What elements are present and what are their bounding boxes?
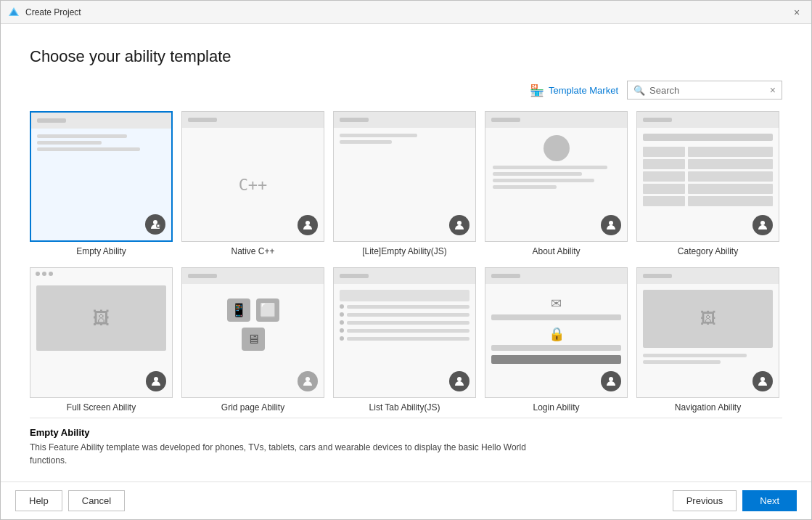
app-icon: [8, 7, 20, 18]
svg-point-4: [157, 225, 160, 227]
footer-right: Previous Next: [673, 490, 797, 511]
footer-left: Help Cancel: [15, 490, 125, 511]
toolbar: 🏪 Template Market 🔍 ×: [30, 81, 782, 99]
badge-native-cpp: [298, 215, 318, 235]
template-label-category: Category Ability: [678, 246, 738, 256]
template-label-list: List Tab Ability(JS): [369, 402, 440, 413]
template-card-list-tab[interactable]: List Tab Ability(JS): [333, 267, 476, 415]
template-label-navigation: Navigation Ability: [675, 402, 741, 413]
main-window: Create Project × Choose your ability tem…: [0, 0, 812, 520]
footer: Help Cancel Previous Next: [1, 482, 811, 519]
svg-point-5: [305, 221, 310, 225]
search-icon: 🔍: [633, 85, 645, 96]
template-label-about: About Ability: [532, 246, 580, 256]
svg-point-2: [153, 220, 157, 224]
template-card-empty-ability[interactable]: Empty Ability: [30, 111, 173, 259]
template-label-empty-ability: Empty Ability: [76, 246, 126, 256]
svg-point-8: [760, 221, 765, 225]
template-card-category-ability[interactable]: Category Ability: [636, 111, 779, 259]
badge-grid: [298, 371, 318, 391]
template-card-login[interactable]: ✉ 🔒 Login Ability: [485, 267, 628, 415]
content-area: Choose your ability template 🏪 Template …: [1, 24, 811, 482]
template-thumbnail-list: [333, 267, 476, 398]
template-market-label: Template Market: [549, 85, 618, 96]
thumb-header-login: [485, 268, 627, 284]
template-card-about-ability[interactable]: About Ability: [485, 111, 628, 259]
svg-point-11: [457, 377, 462, 381]
search-box: 🔍 ×: [627, 81, 782, 99]
close-button[interactable]: ×: [790, 5, 804, 20]
thumb-body: [31, 129, 171, 160]
description-section: Empty Ability This Feature Ability templ…: [30, 418, 782, 467]
thumb-header-cpp: [182, 112, 324, 128]
description-title: Empty Ability: [30, 427, 782, 438]
description-text: This Feature Ability template was develo…: [30, 441, 782, 467]
svg-point-13: [760, 377, 765, 381]
template-card-lite-empty-js[interactable]: [Lite]Empty Ability(JS): [333, 111, 476, 259]
thumb-header-grid: [182, 268, 324, 284]
thumb-header-nav: [637, 268, 779, 284]
badge-lite: [449, 215, 469, 235]
next-button[interactable]: Next: [742, 490, 797, 511]
template-label-grid: Grid page Ability: [221, 402, 284, 413]
description-text-part2: functions.: [30, 455, 67, 466]
title-bar-left: Create Project: [8, 7, 81, 18]
svg-point-9: [154, 377, 158, 381]
previous-button[interactable]: Previous: [673, 490, 737, 511]
svg-point-12: [609, 377, 613, 381]
template-thumbnail-lite: [333, 111, 476, 242]
thumb-header-category: [637, 112, 779, 128]
template-thumbnail-native-cpp: C++: [181, 111, 324, 242]
template-thumbnail-navigation: 🖼: [636, 267, 779, 398]
template-thumbnail-category: [636, 111, 779, 242]
market-icon: 🏪: [530, 84, 544, 97]
template-label-login: Login Ability: [533, 402, 579, 413]
template-card-native-cpp[interactable]: C++ Native C++: [181, 111, 324, 259]
search-input[interactable]: [649, 85, 766, 96]
svg-point-6: [457, 221, 462, 225]
template-thumbnail-login: ✉ 🔒: [485, 267, 628, 398]
badge-category: [752, 215, 773, 235]
svg-point-10: [305, 377, 310, 381]
template-label-fullscreen: Full Screen Ability: [67, 402, 136, 413]
template-card-navigation[interactable]: 🖼 Navigation Ability: [636, 267, 779, 415]
badge-list: [449, 371, 469, 391]
badge-about: [601, 215, 621, 235]
template-label-lite: [Lite]Empty Ability(JS): [362, 246, 447, 256]
template-thumbnail-empty-ability: [30, 111, 173, 242]
thumb-header-about: [485, 112, 627, 128]
badge-login: [601, 371, 621, 391]
title-bar: Create Project ×: [1, 1, 811, 24]
thumb-header-list: [334, 268, 475, 284]
badge-empty-ability: [145, 214, 165, 235]
template-thumbnail-fullscreen: 🖼: [30, 267, 173, 398]
badge-fullscreen: [146, 371, 166, 391]
thumb-header: [31, 113, 171, 129]
template-card-grid-page[interactable]: 📱 ⬜ 🖥 Grid page Ability: [181, 267, 324, 415]
help-button[interactable]: Help: [15, 490, 62, 511]
templates-grid: Empty Ability C++ Native C++: [30, 111, 782, 415]
svg-point-7: [609, 221, 613, 225]
search-clear-icon[interactable]: ×: [770, 84, 776, 96]
template-thumbnail-about: [485, 111, 628, 242]
template-card-full-screen[interactable]: 🖼 Full Screen Ability: [30, 267, 173, 415]
window-title: Create Project: [25, 7, 81, 17]
template-market-button[interactable]: 🏪 Template Market: [530, 84, 618, 97]
badge-navigation: [752, 371, 773, 391]
template-thumbnail-grid: 📱 ⬜ 🖥: [181, 267, 324, 398]
template-label-native-cpp: Native C++: [231, 246, 274, 256]
page-title: Choose your ability template: [30, 47, 782, 66]
description-text-part1: This Feature Ability template was develo…: [30, 442, 526, 452]
thumb-header-lite: [334, 112, 475, 128]
cancel-button[interactable]: Cancel: [68, 490, 125, 511]
